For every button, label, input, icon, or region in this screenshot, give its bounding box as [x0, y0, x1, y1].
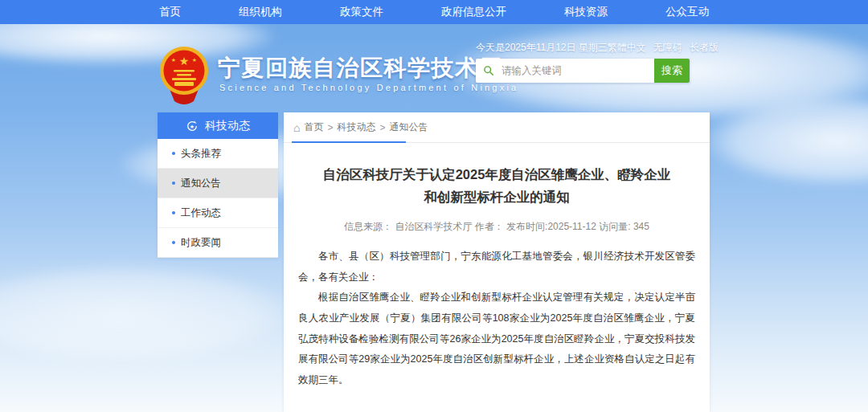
bullet-dot-icon [172, 152, 175, 155]
page: 首页 组织机构 政策文件 政府信息公开 科技资源 公众互动 ★ ★ ★ 宁夏回族… [0, 0, 868, 412]
nav-item-public-interaction[interactable]: 公众互动 [637, 5, 738, 19]
search-button[interactable]: 搜索 [654, 59, 690, 83]
sidebar-item-label: 时政要闻 [181, 236, 221, 250]
article-paragraph: 根据自治区雏鹰企业、瞪羚企业和创新型标杆企业认定管理有关规定，决定认定半亩良人农… [298, 288, 695, 390]
breadcrumb: ⌂ 首页 > 科技动态 > 通知公告 [284, 112, 710, 142]
sidebar: ★ 科技动态 头条推荐 通知公告 工作动态 时政要闻 [158, 112, 278, 258]
home-icon: ⌂ [293, 122, 300, 133]
breadcrumb-wrap: ⌂ 首页 > 科技动态 > 通知公告 [284, 112, 710, 143]
article-meta: 信息来源： 自治区科学技术厅 作者： 发布时间:2025-11-12 访问量: … [284, 220, 710, 234]
nav-item-gov-info-disclosure[interactable]: 政府信息公开 [412, 5, 535, 19]
search-icon [483, 64, 494, 77]
header-meta-row: 今天是2025年11月12日 星期三 繁體中文 无障碍 长者版 [476, 41, 703, 55]
nav-item-policy-documents[interactable]: 政策文件 [311, 5, 412, 19]
link-elderly-version[interactable]: 长者版 [690, 41, 719, 55]
svg-text:★: ★ [192, 57, 197, 63]
breadcrumb-sci-tech-news[interactable]: 科技动态 [337, 120, 375, 134]
svg-text:★: ★ [179, 55, 190, 67]
nav-item-organization[interactable]: 组织机构 [210, 5, 311, 19]
breadcrumb-separator: > [327, 122, 333, 133]
sidebar-item-notices[interactable]: 通知公告 [158, 169, 278, 198]
article-title: 自治区科技厅关于认定2025年度自治区雏鹰企业、瞪羚企业 和创新型标杆企业的通知 [306, 163, 687, 208]
nav-item-home[interactable]: 首页 [130, 5, 210, 19]
site-subtitle-en: Science and Technology Department of Nin… [219, 83, 518, 92]
current-date-text: 今天是2025年11月12日 星期三 [476, 41, 608, 55]
sidebar-item-label: 通知公告 [181, 177, 221, 190]
sci-tech-news-icon: ★ [186, 120, 199, 133]
search-bar: 搜索 [476, 59, 690, 83]
article-body: 各市、县（区）科技管理部门，宁东能源化工基地管委会，银川经济技术开发区管委会，各… [298, 247, 695, 390]
article-paragraph: 各市、县（区）科技管理部门，宁东能源化工基地管委会，银川经济技术开发区管委会，各… [298, 247, 695, 288]
sidebar-item-label: 工作动态 [181, 206, 221, 220]
link-accessibility[interactable]: 无障碍 [653, 41, 682, 55]
sidebar-item-label: 头条推荐 [181, 147, 221, 161]
link-traditional-chinese[interactable]: 繁體中文 [608, 41, 646, 55]
sidebar-header: ★ 科技动态 [158, 112, 278, 139]
utility-links: 繁體中文 无障碍 长者版 [608, 41, 719, 55]
breadcrumb-notices[interactable]: 通知公告 [390, 120, 428, 134]
sidebar-title: 科技动态 [205, 119, 250, 133]
breadcrumb-home[interactable]: 首页 [304, 120, 323, 134]
svg-text:★: ★ [171, 57, 176, 63]
sidebar-item-current-politics[interactable]: 时政要闻 [158, 228, 278, 258]
top-nav: 首页 组织机构 政策文件 政府信息公开 科技资源 公众互动 [0, 0, 868, 24]
search-input-wrap [476, 59, 654, 83]
sidebar-item-headlines[interactable]: 头条推荐 [158, 139, 278, 169]
site-title: 宁夏回族自治区科学技术厅 [218, 53, 502, 84]
bullet-dot-icon [172, 182, 175, 185]
sidebar-item-work-updates[interactable]: 工作动态 [158, 198, 278, 228]
nav-item-sci-tech-resources[interactable]: 科技资源 [535, 5, 637, 19]
emblem-icon: ★ ★ ★ [158, 43, 210, 108]
bullet-dot-icon [172, 211, 175, 214]
bullet-dot-icon [172, 241, 175, 244]
main-panel: ⌂ 首页 > 科技动态 > 通知公告 自治区科技厅关于认定2025年度自治区雏鹰… [284, 112, 710, 412]
national-emblem-logo: ★ ★ ★ [158, 43, 210, 108]
breadcrumb-separator: > [379, 122, 385, 133]
svg-text:★: ★ [190, 124, 194, 129]
search-input[interactable] [500, 64, 647, 77]
